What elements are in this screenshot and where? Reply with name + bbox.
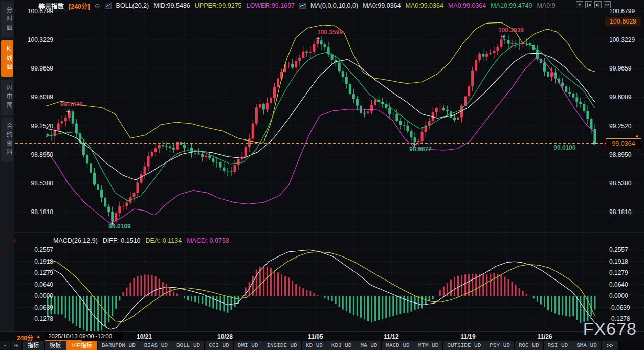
price-axis-label: 99.9659 (609, 65, 631, 72)
boll-label: BOLL(20,2) (116, 2, 149, 9)
ma-indicator-icon[interactable] (299, 3, 306, 9)
price-annotation: 100.3939 (498, 27, 524, 34)
price-axis-label: 100.6799 (609, 8, 635, 15)
macd-axis-label: 0.2557 (609, 246, 628, 253)
price-axis-label: 100.3229 (609, 36, 635, 43)
visible-range[interactable]: 2025/10/13 09:00~13:00 — (45, 332, 123, 340)
ma-label: MA(0,0,0,10,0,0) (310, 2, 358, 9)
instrument-title: 美元指数 (38, 1, 64, 11)
axis-fit-left-icon[interactable]: |◂ (585, 1, 592, 8)
price-up-arrow-icon: ▲ (635, 133, 639, 138)
chart-canvas[interactable] (0, 0, 644, 350)
price-annotation: 98.0109 (108, 223, 130, 230)
line-diff (46, 250, 595, 329)
ma-value-4: MA0:9 (537, 2, 556, 9)
bottom-tab-macd-ud[interactable]: MACD_UD (382, 341, 414, 350)
sidebar-tab-candle-chart[interactable]: K线图 (1, 40, 13, 77)
bottom-tab-mtm-ud[interactable]: MTM_UD (414, 341, 443, 350)
bottom-tab-barupdn-ud[interactable]: BARUPDN_UD (98, 341, 140, 350)
price-axis-label: 99.2520 (609, 123, 631, 130)
sidebar-tab-contract-info[interactable]: 合约资料 (1, 118, 13, 162)
boll-lower-value: LOWER:99.1697 (247, 2, 295, 9)
collapse-circle-icon[interactable]: ⊖ (95, 2, 100, 10)
grid-icon[interactable]: ⊞ (11, 341, 21, 350)
bottom-tab-ma-ud[interactable]: MA_UD (356, 341, 382, 350)
price-axis-label: 98.5380 (17, 180, 53, 187)
period-badge[interactable]: [240分] (69, 1, 90, 11)
macd-axis-label: 0.0000 (17, 292, 53, 299)
line-boll-mid (46, 53, 595, 180)
price-annotation: 98.9877 (409, 146, 431, 153)
price-annotation: 100.3599 (317, 29, 343, 36)
date-label: 11/26 (537, 333, 552, 340)
macd-histogram-layer (47, 267, 596, 333)
macd-axis-label: 0.1279 (17, 269, 53, 276)
pan-icon[interactable]: + (576, 1, 583, 8)
bottom-tab-indicator[interactable]: 指标 (23, 341, 45, 350)
app-icon[interactable]: ▪ (0, 341, 10, 350)
date-label: 10/21 (137, 333, 152, 340)
bottom-tab-kd-ud[interactable]: KD_UD (302, 341, 327, 350)
bottom-tab-psy-ud[interactable]: PSY_UD (485, 341, 515, 350)
macd-header: MACD(26,12,9) DIFF:-0.1510 DEA:-0.1134 M… (53, 237, 229, 244)
bottom-tab-bias-ud[interactable]: BIAS_UD (140, 341, 172, 350)
macd-dea-value: DEA:-0.1134 (145, 237, 182, 244)
macd-axis-label: 0.1918 (609, 258, 628, 265)
bottom-tab-cci-ud[interactable]: CCI_UD (205, 341, 234, 350)
watermark: FX678 (583, 319, 637, 339)
bottom-tab-dmi-ud[interactable]: DMI_UD (234, 341, 263, 350)
ma-value-2: MA0:99.0364 (448, 2, 486, 9)
macd-axis-label: -0.0639 (609, 304, 630, 311)
price-axis-label: 100.3229 (17, 36, 53, 43)
bottom-tab-vip-indicator[interactable]: VIP指标 (66, 341, 98, 350)
bottom-tab-outside-ud[interactable]: OUTSIDE_UD (443, 341, 485, 350)
trading-app: 分时图K线图闪电图合约资料 美元指数 [240分] ⊖ BOLL(20,2) M… (0, 0, 644, 350)
chart-toolbar: +|◂▸|↦ (576, 1, 611, 8)
bottom-tab-more[interactable]: >> (602, 341, 619, 350)
bottom-tab-template[interactable]: 模板 (45, 341, 66, 350)
macd-axis-label: 0.0640 (609, 281, 628, 288)
boll-indicator-icon[interactable] (105, 3, 112, 9)
macd-macd-value: MACD:-0.0753 (187, 237, 229, 244)
axis-fit-right-icon[interactable]: ▸| (594, 1, 602, 8)
macd-axis-label: 0.0640 (17, 281, 53, 288)
macd-axis-label: 0.1918 (17, 258, 53, 265)
date-label: 10/28 (217, 333, 233, 340)
bottom-tab-roc-ud[interactable]: ROC_UD (515, 341, 544, 350)
ma-value-0: MA0:99.0364 (363, 2, 401, 9)
prev-close-badge: 100.6029 (605, 17, 641, 26)
price-axis-label: 99.6089 (609, 94, 631, 101)
macd-diff-value: DIFF:-0.1510 (103, 237, 141, 244)
macd-axis-label: -0.0639 (17, 304, 53, 311)
boll-upper-value: UPPER:99.9275 (195, 2, 242, 9)
date-label: 11/05 (308, 333, 323, 340)
bottom-tab-rsi-ud[interactable]: RSI_UD (544, 341, 573, 350)
period-label[interactable]: 240分 (17, 333, 33, 342)
bottom-tab-inside-ud[interactable]: INSIDE_UD (262, 341, 301, 350)
candles-layer (47, 34, 596, 226)
line-boll-lower (46, 58, 595, 223)
price-axis-label: 98.1810 (609, 208, 631, 216)
bottom-tab-boll-ud[interactable]: BOLL_UD (172, 341, 205, 350)
price-annotation: 99.0100 (553, 144, 575, 151)
markers-layer (15, 35, 607, 225)
bottom-tab-kdj-ud[interactable]: KDJ_UD (327, 341, 357, 350)
ma-value-3: MA10:99.4749 (491, 2, 532, 9)
sidebar-tab-lightning-chart[interactable]: 闪电图 (1, 80, 13, 115)
price-axis-label: 98.1810 (17, 208, 53, 216)
shift-right-icon[interactable]: ↦ (604, 1, 611, 8)
sidebar-tab-time-chart[interactable]: 分时图 (1, 2, 13, 37)
sidebar: 分时图K线图闪电图合约资料 (0, 0, 14, 331)
price-annotation: 99.4649 (60, 101, 82, 108)
boll-mid-value: MID:99.5486 (153, 2, 190, 9)
macd-axis-label: 0.0000 (609, 292, 628, 299)
bottom-tab-sma-ud[interactable]: SMA_UD (572, 341, 602, 350)
price-axis-label: 98.5380 (609, 180, 631, 187)
price-axis-label: 99.2520 (17, 123, 53, 130)
indicator-tabbar: ▪⊞指标模板VIP指标BARUPDN_UDBIAS_UDBOLL_UDCCI_U… (0, 341, 644, 350)
date-label: 11/19 (460, 333, 475, 340)
period-arrow-icon[interactable]: ▲ (36, 334, 41, 339)
macd-label: MACD(26,12,9) (53, 237, 98, 244)
grid-layer (14, 11, 644, 331)
price-axis-label: 98.8950 (17, 151, 53, 158)
